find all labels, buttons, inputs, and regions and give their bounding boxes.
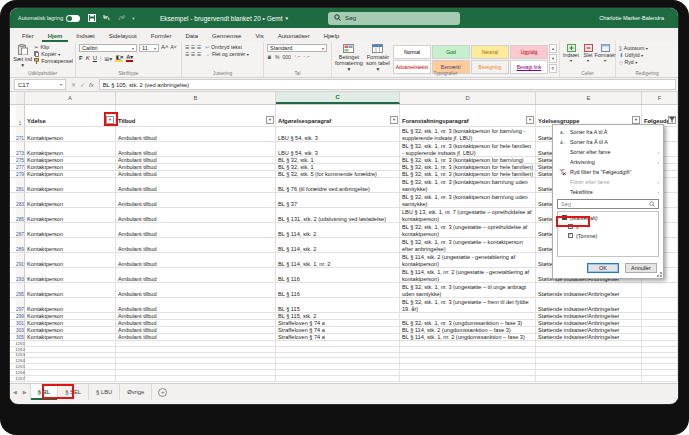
row-number[interactable]: 1266 (16, 370, 25, 375)
sheet-tab-vrige[interactable]: Øvrige (120, 384, 152, 400)
user-name[interactable]: Charlotte Marker-Balendra (599, 8, 664, 28)
paste-button[interactable]: Sæt ind ▾ (13, 44, 32, 68)
filter-funnel-button-foelgeudgift[interactable] (668, 116, 676, 124)
ribbon-tab-vis[interactable]: Vis (249, 31, 269, 42)
cell-tilbud[interactable]: Ambulant tilbud (116, 193, 276, 207)
filter-value-markralt[interactable]: (Markér alt) (558, 213, 658, 222)
cell-ydelse[interactable]: Kontaktperson (25, 127, 116, 141)
column-header-a[interactable]: A (25, 92, 116, 104)
row-number[interactable]: 277 (16, 164, 25, 170)
cell-foranstaltningsparagraf[interactable]: BL § 32, stk. 1, nr. 3 (ungdomssanktion … (400, 320, 536, 326)
row-number[interactable]: 1264 (16, 358, 25, 363)
insert-function-icon[interactable]: fx (89, 82, 94, 88)
cell-style-god[interactable]: God (432, 45, 470, 59)
merge-center-button[interactable]: ⇔ Flet og centrér ▾ (205, 51, 249, 57)
bold-button[interactable]: F (79, 55, 83, 61)
ribbon-tab-hjlp[interactable]: Hjælp (318, 31, 346, 42)
row-number[interactable]: 273 (16, 142, 25, 156)
cell-foranstaltningsparagraf[interactable]: BL § 32, stk. 1, nr. 3 (kontaktperson ba… (400, 178, 536, 192)
checkbox-checked[interactable]: ✓ (568, 233, 573, 238)
cell-afgoerelsesparagraf[interactable]: BL § 115 (276, 298, 400, 312)
cell-foelgeudgift[interactable] (642, 313, 678, 319)
row-number[interactable]: 1267 (16, 376, 25, 381)
autosave-toggle[interactable]: Automatisk lagring (18, 15, 80, 22)
cell-foranstaltningsparagraf[interactable]: BL § 32, stk. 1, nr. 3 (kontaktperson fo… (400, 127, 536, 141)
italic-button[interactable]: K (86, 55, 90, 61)
row-number[interactable]: 291 (16, 253, 25, 267)
cell-tilbud[interactable]: Ambulant tilbud (116, 238, 276, 252)
cell-ydelse[interactable]: Kontaktperson (25, 253, 116, 267)
filter-dropdown-button-3[interactable]: ▼ (526, 116, 534, 124)
cell-tilbud[interactable]: Ambulant tilbud (116, 171, 276, 177)
cell-tilbud[interactable]: Ambulant tilbud (116, 127, 276, 141)
menu-item-1[interactable]: Å↓Sortér fra Å til A (553, 137, 663, 147)
conditional-formatting-button[interactable]: Betinget formatering ▾ (335, 44, 363, 74)
cell-style-normal[interactable]: Normal (393, 45, 431, 59)
cell-ydelse[interactable]: Kontaktperson (25, 164, 116, 170)
cell-foelgeudgift[interactable] (642, 298, 678, 312)
row-number[interactable]: 299 (16, 313, 25, 319)
percent-format-icon[interactable]: % (275, 54, 279, 60)
format-cells-button[interactable]: Formatér▾ (597, 44, 613, 63)
cell-afgoerelsesparagraf[interactable]: BL § 37 (276, 193, 400, 207)
row-number[interactable]: 281 (16, 178, 25, 192)
cell-foranstaltningsparagraf[interactable]: BL § 32, stk. 1, nr. 3 (ungestøtte – fre… (400, 298, 536, 312)
number-format-combo[interactable]: Standard▾ (267, 44, 327, 52)
cell-tilbud[interactable]: Ambulant tilbud (116, 298, 276, 312)
filter-dropdown-button-4[interactable]: ▼ (632, 116, 640, 124)
cell-ydelse[interactable]: Kontaktperson (25, 334, 116, 340)
ribbon-tab-automatiser[interactable]: Automatiser (272, 31, 316, 42)
cell-ydelse[interactable]: Kontaktperson (25, 178, 116, 192)
formula-input[interactable]: BL § 105, stk. 2 (ved anbringelse) (99, 79, 676, 90)
cell-style-neutral[interactable]: Neutral (471, 45, 509, 59)
name-box[interactable]: C17▾ (14, 79, 66, 90)
format-painter-button[interactable]: Formatpensel (34, 58, 73, 64)
cell-ydelsesgruppe[interactable]: Støttende indsatser/Anbringelser (536, 298, 642, 312)
cell-afgoerelsesparagraf[interactable]: Straffeloven § 74 a (276, 327, 400, 333)
fill-button[interactable]: ⬇ Udfyld ▾ (619, 52, 676, 58)
row-number[interactable]: 285 (16, 208, 25, 222)
row-number[interactable]: 303 (16, 327, 25, 333)
gallery-down-icon[interactable]: ▼ (549, 54, 557, 63)
cell-foranstaltningsparagraf[interactable]: BL § 32, stk. 1, nr. 3 (ungestøtte – kon… (400, 238, 536, 252)
cell-foranstaltningsparagraf[interactable]: BL § 32, stk. 1, nr. 3 (kontaktperson fo… (400, 157, 536, 163)
row-number[interactable]: 1263 (16, 353, 25, 358)
filter-search-input[interactable]: Søg (557, 199, 659, 209)
font-name-combo[interactable]: Calibri▾ (79, 44, 137, 52)
cell-ydelse[interactable]: Kontaktperson (25, 313, 116, 319)
select-all-corner[interactable] (16, 92, 25, 104)
cell-afgoerelsesparagraf[interactable]: Straffeloven § 74 a (276, 334, 400, 340)
autosave-toggle-pill[interactable] (66, 15, 80, 22)
cell-foranstaltningsparagraf[interactable]: BL § 32, stk. 1, nr. 3 (kontaktperson fo… (400, 164, 536, 170)
ribbon-tab-gennemse[interactable]: Gennemse (206, 31, 247, 42)
clear-button[interactable]: ◇ Ryd ▾ (619, 59, 676, 65)
title-chevron-icon[interactable]: ▾ (286, 15, 289, 21)
column-header-c[interactable]: C (276, 92, 400, 104)
menu-item-6[interactable]: Tekstfiltre› (553, 187, 663, 197)
menu-resize-grip[interactable] (657, 272, 662, 277)
cell-ydelse[interactable]: Kontaktperson (25, 327, 116, 333)
row-number[interactable]: 301 (16, 320, 25, 326)
cell-tilbud[interactable]: Ambulant tilbud (116, 223, 276, 237)
cell-afgoerelsesparagraf[interactable]: BL § 115, stk. 2 (276, 313, 400, 319)
cell-afgoerelsesparagraf[interactable]: Straffeloven § 74 a (276, 320, 400, 326)
font-color-icon[interactable]: A▾ (126, 54, 133, 62)
cell-ydelse[interactable]: Kontaktperson (25, 171, 116, 177)
cell-tilbud[interactable]: Ambulant tilbud (116, 268, 276, 282)
cell-tilbud[interactable]: Ambulant tilbud (116, 164, 276, 170)
column-header-f[interactable]: F (642, 92, 678, 104)
comma-format-icon[interactable]: 000 (282, 54, 290, 60)
cell-ydelse[interactable]: Kontaktperson (25, 268, 116, 282)
sheet-tab-lbu[interactable]: § LBU (89, 384, 120, 400)
cell-afgoerelsesparagraf[interactable]: BL § 76 (til forældre ved anbringelse) (276, 178, 400, 192)
row-number[interactable]: 305 (16, 334, 25, 340)
cell-afgoerelsesparagraf[interactable]: LBU § 54, stk. 3 (276, 142, 400, 156)
cell-foranstaltningsparagraf[interactable]: BL § 114, stk. 1, nr. 2 (ungdomssanktion… (400, 334, 536, 340)
cell-foranstaltningsparagraf[interactable]: BL § 114, stk. 2 (ungdomssanktion – fase… (400, 327, 536, 333)
cell-afgoerelsesparagraf[interactable]: BL § 114, stk. 2 (276, 223, 400, 237)
shrink-font-icon[interactable]: A˅ (171, 44, 177, 52)
copy-button[interactable]: Kopiér ▾ (34, 51, 73, 57)
menu-item-3[interactable]: Arkvisning› (553, 157, 663, 167)
ribbon-tab-hjem[interactable]: Hjem (42, 31, 69, 42)
cell-foranstaltningsparagraf[interactable]: BL § 114, stk. 1, nr. 2 (ungestøtte - ge… (400, 268, 536, 282)
